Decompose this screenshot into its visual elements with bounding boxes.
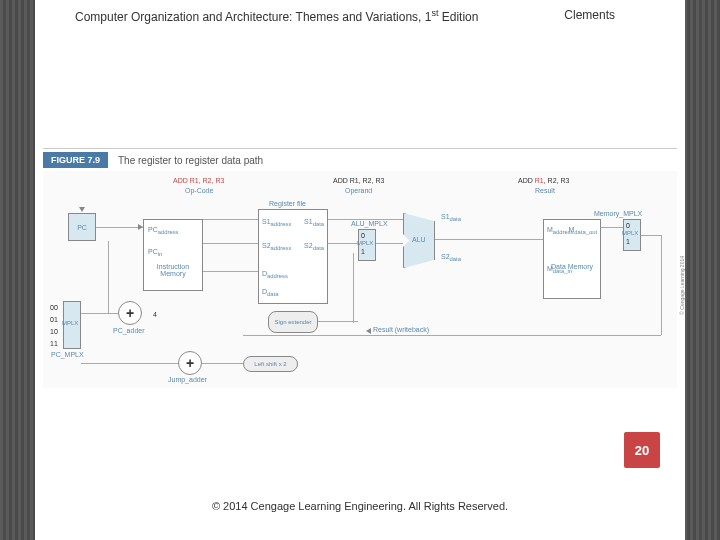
wire bbox=[203, 219, 258, 220]
figure-caption: The register to register data path bbox=[118, 155, 263, 166]
result-label: Result bbox=[535, 187, 555, 194]
mux-0: 0 bbox=[361, 232, 365, 239]
wire bbox=[641, 235, 661, 236]
mem-mux-1: 1 bbox=[626, 238, 630, 245]
jump-adder-circle: + bbox=[178, 351, 202, 375]
m-data-out-port: Mdata_out bbox=[568, 226, 597, 235]
d-addr-port: Daddress bbox=[262, 270, 288, 279]
s2-data-port: S2data bbox=[304, 242, 324, 251]
writeback-label: Result (writeback) bbox=[373, 326, 429, 333]
pc-adder-circle: + bbox=[118, 301, 142, 325]
data-memory-box: Maddress Mdata_out Mdata_in Data Memory bbox=[543, 219, 601, 299]
title-text: Computer Organization and Architecture: … bbox=[75, 10, 431, 24]
title-edition: Edition bbox=[438, 10, 478, 24]
wire bbox=[108, 241, 109, 313]
wire bbox=[203, 271, 258, 272]
wire bbox=[203, 243, 258, 244]
alu-box: ALU bbox=[403, 213, 435, 268]
pc-mux-11: 11 bbox=[50, 340, 58, 347]
wire bbox=[318, 321, 358, 322]
datapath-diagram: ADD R1, R2, R3 Op-Code ADD R1, R2, R3 Op… bbox=[43, 171, 677, 389]
pc-adder-label: PC_adder bbox=[113, 327, 145, 334]
pc-in-port: PCin bbox=[148, 248, 162, 257]
mem-mux-0: 0 bbox=[626, 222, 630, 229]
page-number-badge: 20 bbox=[624, 432, 660, 468]
wire bbox=[601, 227, 623, 228]
alu-mplx-label: ALU_MPLX bbox=[351, 220, 388, 227]
opcode-label: Op-Code bbox=[185, 187, 213, 194]
operand-instruction: ADD R1, R2, R3 bbox=[333, 177, 384, 184]
figure-header: FIGURE 7.9 The register to register data… bbox=[43, 149, 677, 171]
instruction-memory-label: Instruction Memory bbox=[144, 263, 202, 277]
figure-number-badge: FIGURE 7.9 bbox=[43, 152, 108, 168]
author-name: Clements bbox=[564, 8, 615, 22]
wire bbox=[202, 363, 243, 364]
result-instruction: ADD R1, R2, R3 bbox=[518, 177, 569, 184]
operand-label: Operand bbox=[345, 187, 372, 194]
pc-mux-01: 01 bbox=[50, 316, 58, 323]
mplx-text: MPLX bbox=[357, 240, 373, 246]
memory-mplx-label: Memory_MPLX bbox=[594, 210, 642, 217]
arrow-icon bbox=[79, 207, 85, 212]
wire bbox=[353, 253, 354, 323]
s1-data-out: S1data bbox=[441, 213, 461, 222]
wire bbox=[435, 239, 543, 240]
sign-extender-box: Sign extender bbox=[268, 311, 318, 333]
wire bbox=[328, 243, 358, 244]
arrow-icon bbox=[366, 328, 371, 334]
figure-container: FIGURE 7.9 The register to register data… bbox=[43, 148, 677, 388]
pc-mplx-box: 00 01 10 11 MPLX bbox=[63, 301, 81, 349]
wire bbox=[81, 363, 178, 364]
register-file-label: Register file bbox=[269, 200, 306, 207]
alu-label: ALU bbox=[412, 236, 426, 243]
wire bbox=[96, 227, 143, 228]
s1-addr-port: S1address bbox=[262, 218, 291, 227]
slide-header: Computer Organization and Architecture: … bbox=[75, 8, 645, 24]
s1-data-port: S1data bbox=[304, 218, 324, 227]
opcode-instruction: ADD R1, R2, R3 bbox=[173, 177, 224, 184]
mem-mplx-text: MPLX bbox=[622, 230, 638, 236]
book-title: Computer Organization and Architecture: … bbox=[75, 10, 478, 24]
slide-content: Computer Organization and Architecture: … bbox=[35, 0, 685, 540]
s2-data-out: S2data bbox=[441, 253, 461, 262]
pc-mplx-text: MPLX bbox=[62, 320, 78, 326]
jump-adder-label: Jump_adder bbox=[168, 376, 207, 383]
adder-4-label: 4 bbox=[153, 311, 157, 318]
pc-address-port: PCaddress bbox=[148, 226, 178, 235]
m-data-in-port: Mdata_in bbox=[547, 265, 572, 274]
wire bbox=[243, 335, 661, 336]
instruction-memory-box: PCaddress PCin Instruction Memory bbox=[143, 219, 203, 291]
wire bbox=[661, 235, 662, 335]
left-shift-box: Left shift x 2 bbox=[243, 356, 298, 372]
side-copyright: © Cengage Learning 2014 bbox=[679, 256, 685, 315]
wire bbox=[328, 219, 403, 220]
pc-mplx-label: PC_MPLX bbox=[51, 351, 84, 358]
pc-mux-10: 10 bbox=[50, 328, 58, 335]
s2-addr-port: S2address bbox=[262, 242, 291, 251]
pc-box: PC bbox=[68, 213, 96, 241]
mux-1: 1 bbox=[361, 248, 365, 255]
register-file-box: Register file S1address S1data S2address… bbox=[258, 209, 328, 304]
arrow-icon bbox=[138, 224, 143, 230]
pc-mux-00: 00 bbox=[50, 304, 58, 311]
wire bbox=[81, 313, 118, 314]
alu-mplx-box: ALU_MPLX 0 1 MPLX bbox=[358, 229, 376, 261]
copyright-text: © 2014 Cengage Learning Engineering. All… bbox=[35, 500, 685, 512]
wire bbox=[376, 243, 403, 244]
memory-mplx-box: Memory_MPLX 0 1 MPLX bbox=[623, 219, 641, 251]
d-data-port: Ddata bbox=[262, 288, 278, 297]
